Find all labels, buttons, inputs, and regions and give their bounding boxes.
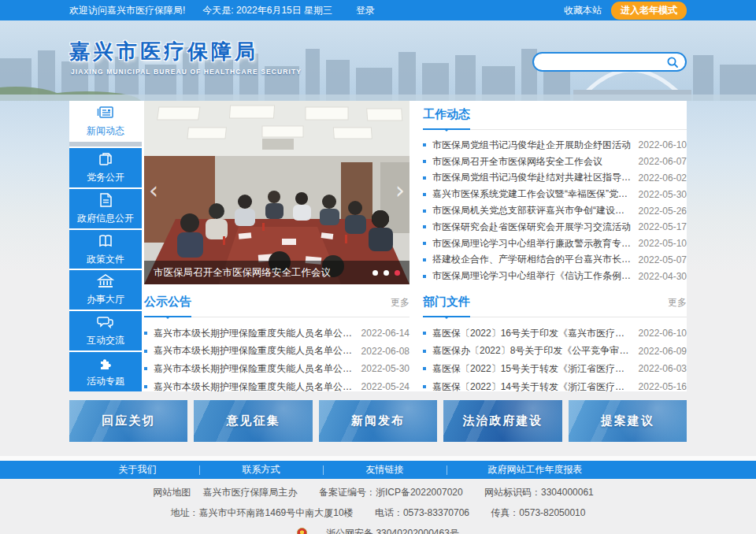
- news-item-title[interactable]: 嘉医保〔2022〕14号关于转发《浙江省医疗保...: [432, 380, 639, 394]
- footer-nav-link[interactable]: 友情链接: [323, 463, 447, 477]
- news-list-item[interactable]: 嘉兴市本级长期护理保险重度失能人员名单公示（2... 2022-05-24: [144, 378, 410, 396]
- news-item-title[interactable]: 市医保局党组书记冯俊华赴企开展助企纾困活动: [432, 139, 639, 152]
- news-list-item[interactable]: 嘉医保〔2022〕14号关于转发《浙江省医疗保... 2022-05-16: [423, 378, 687, 396]
- bullet-icon: [144, 367, 147, 370]
- sidebar-item-special-topics[interactable]: 活动专题: [69, 352, 142, 391]
- carousel-next-arrow[interactable]: ›: [395, 179, 405, 202]
- news-item-title[interactable]: 嘉兴市本级长期护理保险重度失能人员名单公示（2...: [154, 344, 361, 358]
- news-list-item[interactable]: 市医保局召开全市医保网络安全工作会议 2022-06-07: [423, 154, 687, 170]
- news-item-date: 2022-05-10: [639, 238, 687, 249]
- favorite-site-link[interactable]: 收藏本站: [564, 4, 602, 17]
- news-item-title[interactable]: 嘉兴市医保系统党建工作会议暨“幸福医保”党建联...: [432, 187, 639, 201]
- news-list-item[interactable]: 嘉医保〔2022〕16号关于印发《嘉兴市医疗保... 2022-06-10: [423, 324, 687, 343]
- news-item-title[interactable]: 嘉兴市本级长期护理保险重度失能人员名单公示（2...: [154, 380, 361, 394]
- site-header: 嘉兴市医疗保障局 JIAXING MUNICIPAL BUREAU OF HEA…: [0, 20, 756, 101]
- bullet-icon: [423, 143, 426, 146]
- news-item-date: 2022-05-24: [361, 381, 410, 392]
- bullet-icon: [423, 242, 426, 245]
- welcome-text: 欢迎访问嘉兴市医疗保障局!: [69, 4, 185, 17]
- sidebar-item-interaction[interactable]: 互动交流: [69, 311, 142, 350]
- notices-more-link[interactable]: 更多: [391, 296, 410, 310]
- section-title-dept-files[interactable]: 部门文件: [423, 295, 470, 310]
- sidebar-item-label: 活动专题: [87, 375, 124, 388]
- sidebar-item-label: 办事大厅: [87, 293, 124, 306]
- news-item-date: 2022-06-14: [361, 328, 410, 339]
- news-list-item[interactable]: 嘉兴市医保系统党建工作会议暨“幸福医保”党建联... 2022-05-30: [423, 186, 687, 202]
- news-item-title[interactable]: 市医保局召开全市医保网络安全工作会议: [432, 155, 639, 169]
- carousel-dot-2[interactable]: [384, 270, 389, 276]
- section-work-news: 工作动态 市医保局党组书记冯俊华赴企开展助企纾困活动 2022-06-10 市医…: [423, 107, 687, 284]
- carousel-dot-3-active[interactable]: [395, 270, 400, 276]
- carousel-dot-1[interactable]: [372, 270, 378, 276]
- news-item-title[interactable]: 嘉医保〔2022〕16号关于印发《嘉兴市医疗保...: [432, 327, 639, 340]
- section-dept-files: 部门文件 更多 嘉医保〔2022〕16号关于印发《嘉兴市医疗保... 2022-…: [423, 295, 687, 395]
- section-title-work-news[interactable]: 工作动态: [423, 107, 470, 122]
- news-list-item[interactable]: 市医保局理论学习中心组举行廉政警示教育专题学习... 2022-05-10: [423, 235, 687, 252]
- bullet-icon: [423, 193, 426, 196]
- sidebar-nav: 新闻动态 党务公开 政府信息公开 政策文件: [69, 101, 142, 391]
- sidebar-item-policy-files[interactable]: 政策文件: [69, 230, 142, 269]
- login-link[interactable]: 登录: [356, 4, 375, 17]
- sidebar-item-news[interactable]: 新闻动态: [69, 101, 142, 142]
- banner-law-government[interactable]: 法治政府建设: [443, 400, 561, 442]
- news-list-item[interactable]: 嘉兴市本级长期护理保险重度失能人员名单公示（2... 2022-06-14: [144, 324, 410, 343]
- banner-respond-concerns[interactable]: 回应关切: [69, 400, 187, 442]
- footer-nav-link[interactable]: 关于我们: [76, 463, 199, 477]
- sidebar-item-party-affairs[interactable]: 党务公开: [69, 148, 142, 187]
- sidebar-item-service-hall[interactable]: 办事大厅: [69, 270, 142, 310]
- banner-news-release[interactable]: 新闻发布: [319, 400, 437, 442]
- sitemap-link[interactable]: 网站地图: [153, 487, 191, 498]
- news-item-title[interactable]: 搭建校企合作、产学研相结合的平台嘉兴市长期护理...: [432, 253, 639, 266]
- section-notices: 公示公告 更多 嘉兴市本级长期护理保险重度失能人员名单公示（2... 2022-…: [144, 295, 410, 395]
- news-item-title[interactable]: 市医保局理论学习中心组举行廉政警示教育专题学习...: [432, 237, 639, 250]
- news-list-item[interactable]: 市医保局机关党总支部获评嘉兴市争创“建设清廉机... 2022-05-26: [423, 202, 687, 219]
- site-subtitle: JIAXING MUNICIPAL BUREAU OF HEALTHCARE S…: [71, 68, 302, 76]
- book-icon: [97, 233, 114, 249]
- news-item-date: 2022-06-08: [361, 346, 410, 357]
- bullet-icon: [144, 385, 147, 388]
- banner-opinion-collection[interactable]: 意见征集: [194, 400, 312, 442]
- chat-icon: [97, 314, 114, 330]
- news-item-title[interactable]: 嘉医保办〔2022〕8号关于印发《公平竞争审查...: [432, 344, 639, 358]
- bank-icon: [97, 273, 114, 289]
- sidebar-item-label: 互动交流: [87, 334, 124, 347]
- news-list-item[interactable]: 市医保局党组书记冯俊华赴企开展助企纾困活动 2022-06-10: [423, 137, 687, 154]
- news-list-item[interactable]: 市医保局党组书记冯俊华赴结对共建社区指导全国文... 2022-06-02: [423, 170, 687, 187]
- banner-proposal-suggestions[interactable]: 提案建议: [569, 400, 687, 442]
- puzzle-icon: [98, 355, 113, 371]
- carousel-caption[interactable]: 市医保局召开全市医保网络安全工作会议: [154, 266, 331, 280]
- dept-files-more-link[interactable]: 更多: [668, 296, 687, 310]
- news-carousel[interactable]: ‹ › 市医保局召开全市医保网络安全工作会议: [144, 101, 410, 284]
- news-list-item[interactable]: 嘉医保〔2022〕15号关于转发《浙江省医疗保... 2022-06-03: [423, 360, 687, 378]
- sidebar-divider: [69, 142, 142, 146]
- section-title-notices[interactable]: 公示公告: [144, 295, 191, 310]
- news-item-title[interactable]: 市医保局党组书记冯俊华赴结对共建社区指导全国文...: [432, 171, 639, 184]
- news-item-title[interactable]: 市医保局理论学习中心组举行《信访工作条例》专题...: [432, 269, 639, 283]
- news-list-item[interactable]: 嘉兴市本级长期护理保险重度失能人员名单公示（2... 2022-05-30: [144, 360, 410, 378]
- news-list-item[interactable]: 市医保局理论学习中心组举行《信访工作条例》专题... 2022-04-30: [423, 268, 687, 284]
- news-item-date: 2022-05-17: [639, 221, 687, 232]
- news-item-title[interactable]: 嘉兴市本级长期护理保险重度失能人员名单公示（2...: [154, 362, 361, 376]
- sidebar-item-gov-info[interactable]: 政府信息公开: [69, 189, 142, 228]
- site-title: 嘉兴市医疗保障局: [69, 38, 258, 65]
- news-list-item[interactable]: 市医保研究会赴省医保研究会开展学习交流活动 2022-05-17: [423, 219, 687, 235]
- sidebar-item-label: 政府信息公开: [77, 212, 134, 225]
- news-list-item[interactable]: 搭建校企合作、产学研相结合的平台嘉兴市长期护理... 2022-05-07: [423, 252, 687, 269]
- sidebar-item-label: 新闻动态: [87, 124, 124, 138]
- news-item-date: 2022-05-30: [639, 189, 687, 200]
- footer-nav-link[interactable]: 联系方式: [199, 463, 323, 477]
- search-button[interactable]: [666, 56, 679, 69]
- news-list-item[interactable]: 嘉医保办〔2022〕8号关于印发《公平竞争审查... 2022-06-09: [423, 343, 687, 361]
- search-input[interactable]: [543, 57, 666, 68]
- carousel-prev-arrow[interactable]: ‹: [149, 179, 158, 202]
- news-item-title[interactable]: 市医保局机关党总支部获评嘉兴市争创“建设清廉机...: [432, 204, 639, 217]
- news-item-title[interactable]: 嘉兴市本级长期护理保险重度失能人员名单公示（2...: [154, 327, 361, 340]
- news-list-item[interactable]: 嘉兴市本级长期护理保险重度失能人员名单公示（2... 2022-06-08: [144, 343, 410, 361]
- elder-mode-button[interactable]: 进入老年模式: [611, 2, 687, 20]
- footer-nav-link[interactable]: 政府网站工作年度报表: [447, 463, 624, 477]
- news-item-title[interactable]: 市医保研究会赴省医保研究会开展学习交流活动: [432, 221, 639, 234]
- pages-icon: [98, 151, 113, 167]
- bullet-icon: [423, 275, 426, 278]
- footer-fax: 传真：0573-82050010: [491, 507, 585, 518]
- news-item-title[interactable]: 嘉医保〔2022〕15号关于转发《浙江省医疗保...: [432, 362, 639, 376]
